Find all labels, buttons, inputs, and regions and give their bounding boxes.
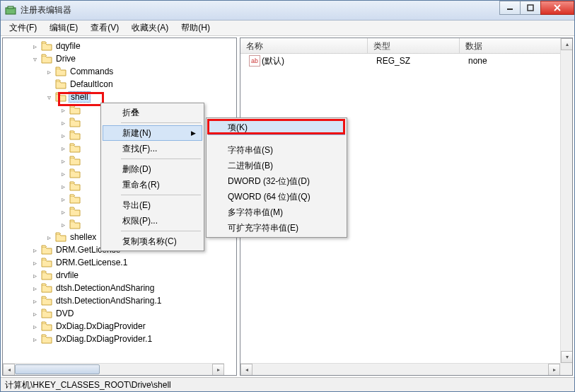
expand-icon[interactable]: ▹: [59, 144, 67, 152]
list-horizontal-scrollbar[interactable]: ◂ ▸: [240, 363, 560, 375]
tree-node[interactable]: ▹drvfile: [3, 269, 236, 282]
value-data: none: [463, 56, 493, 66]
string-value-icon: ab: [249, 55, 260, 67]
svg-rect-1: [8, 6, 13, 8]
expand-icon[interactable]: ▹: [59, 195, 67, 203]
list-vertical-scrollbar[interactable]: ▴ ▾: [560, 38, 572, 363]
tree-label: DRM.GetLicense.1: [54, 258, 129, 267]
menu-item[interactable]: DWORD (32-位)值(D): [208, 173, 345, 189]
menu-separator: [121, 158, 201, 159]
value-type: REG_SZ: [371, 56, 463, 66]
menu-item[interactable]: 删除(D): [103, 161, 202, 177]
expand-icon[interactable]: ▹: [31, 323, 39, 330]
scroll-up-button[interactable]: ▴: [561, 38, 573, 50]
expand-icon[interactable]: ▹: [59, 170, 67, 178]
menu-separator: [121, 195, 201, 195]
tree-node[interactable]: ▹DRM.GetLicense.1: [3, 256, 236, 269]
menu-separator: [121, 231, 201, 231]
scroll-right-button[interactable]: ▸: [212, 364, 224, 376]
scroll-right-button[interactable]: ▸: [548, 364, 560, 376]
tree-label: shell: [69, 91, 91, 103]
tree-node[interactable]: DefaultIcon: [3, 78, 236, 91]
tree-node[interactable]: ▹Commands: [3, 65, 236, 78]
expand-icon[interactable]: ▿: [31, 55, 39, 63]
tree-label: Commands: [69, 67, 115, 76]
expand-icon[interactable]: ▹: [59, 132, 67, 139]
svg-rect-3: [528, 5, 533, 11]
scroll-down-button[interactable]: ▾: [561, 351, 573, 363]
menu-item[interactable]: 可扩充字符串值(E): [208, 220, 345, 236]
tree-node[interactable]: ▿Drive: [3, 52, 236, 65]
list-row[interactable]: ab (默认) REG_SZ none: [240, 54, 572, 68]
expand-icon[interactable]: ▹: [31, 335, 39, 343]
tree-label: shellex: [69, 232, 98, 242]
column-data[interactable]: 数据: [460, 38, 572, 53]
menu-edit[interactable]: 编辑(E): [44, 21, 83, 35]
menu-item[interactable]: 查找(F)...: [103, 141, 202, 156]
submenu-new[interactable]: 项(K)字符串值(S)二进制值(B)DWORD (32-位)值(D)QWORD …: [206, 117, 347, 238]
scroll-thumb-h[interactable]: [15, 364, 100, 374]
tree-node[interactable]: ▹dqyfile: [3, 40, 236, 52]
menu-bar: 文件(F) 编辑(E) 查看(V) 收藏夹(A) 帮助(H): [1, 21, 574, 36]
expand-icon[interactable]: ▹: [31, 310, 39, 318]
value-name: (默认): [262, 55, 284, 67]
expand-icon[interactable]: ▹: [45, 234, 53, 241]
expand-icon[interactable]: ▹: [31, 42, 39, 50]
expand-icon[interactable]: ▹: [45, 68, 53, 76]
context-menu[interactable]: 折叠新建(N)▶查找(F)...删除(D)重命名(R)导出(E)权限(P)...…: [100, 103, 204, 251]
expand-icon[interactable]: ▹: [59, 208, 67, 216]
menu-item[interactable]: 项(K): [208, 120, 345, 135]
expand-icon[interactable]: ▿: [45, 93, 53, 101]
menu-item[interactable]: 导出(E): [103, 197, 202, 213]
status-bar: 计算机\HKEY_CLASSES_ROOT\Drive\shell: [1, 377, 574, 391]
menu-help[interactable]: 帮助(H): [175, 21, 216, 35]
column-type[interactable]: 类型: [368, 38, 460, 53]
tree-node[interactable]: ▹DVD: [3, 307, 236, 320]
submenu-arrow-icon: ▶: [191, 129, 196, 137]
expand-icon[interactable]: ▹: [31, 272, 39, 279]
tree-node[interactable]: ▿shell: [3, 91, 236, 103]
tree-label: DxDiag.DxDiagProvider: [54, 321, 147, 331]
tree-node[interactable]: ▹DxDiag.DxDiagProvider.1: [3, 333, 236, 345]
menu-file[interactable]: 文件(F): [4, 21, 42, 35]
menu-item[interactable]: 字符串值(S): [208, 142, 345, 158]
menu-favorites[interactable]: 收藏夹(A): [126, 21, 174, 35]
window-title: 注册表编辑器: [21, 4, 71, 16]
menu-view[interactable]: 查看(V): [85, 21, 124, 35]
expand-icon[interactable]: ▹: [31, 246, 39, 254]
status-path: 计算机\HKEY_CLASSES_ROOT\Drive\shell: [5, 380, 171, 390]
menu-item[interactable]: QWORD (64 位)值(Q): [208, 189, 345, 204]
menu-item[interactable]: 重命名(R): [103, 177, 202, 192]
scroll-corner: [560, 363, 572, 375]
tree-label: dtsh.DetectionAndSharing: [54, 283, 156, 293]
title-bar[interactable]: 注册表编辑器: [1, 1, 574, 21]
maximize-button[interactable]: [520, 1, 541, 15]
tree-label: drvfile: [54, 270, 80, 280]
tree-node[interactable]: ▹DxDiag.DxDiagProvider: [3, 320, 236, 333]
expand-icon[interactable]: ▹: [59, 221, 67, 229]
menu-item[interactable]: 折叠: [103, 105, 202, 120]
menu-item[interactable]: 权限(P)...: [103, 213, 202, 229]
expand-icon[interactable]: ▹: [59, 106, 67, 114]
tree-node[interactable]: ▹dtsh.DetectionAndSharing: [3, 282, 236, 294]
scroll-left-button[interactable]: ◂: [240, 364, 252, 376]
expand-icon[interactable]: ▹: [31, 284, 39, 292]
expand-icon[interactable]: ▹: [59, 157, 67, 165]
menu-item[interactable]: 新建(N)▶: [103, 125, 202, 141]
tree-node[interactable]: ▹dtsh.DetectionAndSharing.1: [3, 294, 236, 307]
tree-label: DxDiag.DxDiagProvider.1: [54, 334, 153, 344]
expand-icon[interactable]: ▹: [31, 259, 39, 267]
menu-item[interactable]: 复制项名称(C): [103, 234, 202, 249]
expand-icon[interactable]: ▹: [59, 119, 67, 127]
scroll-left-button[interactable]: ◂: [3, 364, 15, 376]
tree-label: Drive: [54, 54, 77, 64]
expand-icon[interactable]: ▹: [59, 183, 67, 190]
tree-horizontal-scrollbar[interactable]: ◂ ▸: [3, 363, 224, 375]
menu-item[interactable]: 二进制值(B): [208, 158, 345, 173]
close-button[interactable]: [540, 1, 574, 15]
menu-item[interactable]: 多字符串值(M): [208, 204, 345, 220]
minimize-button[interactable]: [499, 1, 521, 15]
tree-label: DefaultIcon: [69, 79, 115, 89]
column-name[interactable]: 名称: [240, 38, 368, 53]
expand-icon[interactable]: ▹: [31, 297, 39, 305]
